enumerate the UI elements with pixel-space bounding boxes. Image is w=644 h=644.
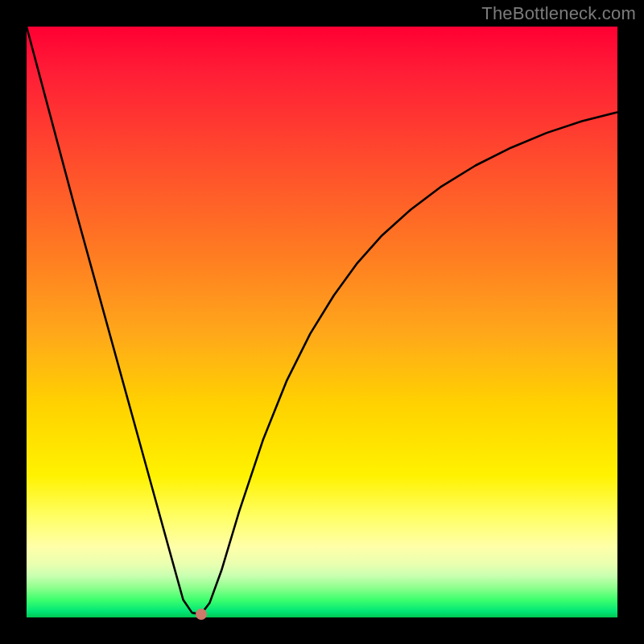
watermark-text: TheBottleneck.com — [481, 3, 636, 24]
chart-frame: TheBottleneck.com — [0, 0, 644, 644]
plot-area — [27, 27, 617, 617]
curve-svg — [27, 27, 617, 617]
bottleneck-curve — [27, 27, 617, 614]
minimum-marker-dot — [196, 609, 207, 620]
